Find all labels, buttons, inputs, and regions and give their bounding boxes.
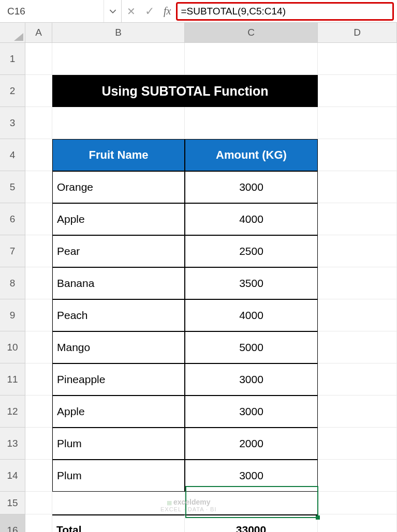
- table-cell-amount[interactable]: 4000: [185, 299, 318, 331]
- table-cell-amount[interactable]: 3500: [185, 267, 318, 299]
- table-cell-amount[interactable]: 3000: [185, 363, 318, 396]
- grid-row: 6Apple4000: [0, 203, 397, 235]
- row-header[interactable]: 2: [0, 75, 25, 107]
- cell[interactable]: [318, 492, 397, 514]
- row-header[interactable]: 15: [0, 492, 25, 514]
- table-cell-amount[interactable]: 3000: [185, 171, 318, 203]
- cell[interactable]: [318, 460, 397, 492]
- row-header[interactable]: 9: [0, 299, 25, 331]
- grid-row-total: 16 Total 33000: [0, 514, 397, 532]
- cell[interactable]: [318, 396, 397, 428]
- cell[interactable]: [52, 492, 185, 514]
- table-cell-amount[interactable]: 5000: [185, 331, 318, 363]
- grid-row: 4 Fruit Name Amount (KG): [0, 139, 397, 171]
- fx-icon[interactable]: fx: [164, 5, 171, 17]
- cell[interactable]: [25, 363, 52, 396]
- cell[interactable]: [25, 514, 52, 532]
- spreadsheet-grid[interactable]: A B C D 1 2 Using SUBTOTAL Function 3: [0, 23, 397, 532]
- total-value-cell[interactable]: 33000: [185, 514, 318, 532]
- formula-input[interactable]: =SUBTOTAL(9,C5:C14): [176, 2, 394, 21]
- col-header-d[interactable]: D: [318, 23, 397, 43]
- cell[interactable]: [185, 107, 318, 139]
- table-cell-fruit[interactable]: Pear: [52, 235, 185, 267]
- total-label-cell[interactable]: Total: [52, 514, 185, 532]
- row-header[interactable]: 7: [0, 235, 25, 267]
- cancel-icon[interactable]: ✕: [127, 5, 136, 18]
- cell[interactable]: [25, 75, 52, 107]
- cell[interactable]: [52, 107, 185, 139]
- cell[interactable]: [318, 139, 397, 171]
- table-cell-amount[interactable]: 3000: [185, 460, 318, 492]
- name-box[interactable]: C16: [7, 6, 104, 17]
- table-cell-fruit[interactable]: Orange: [52, 171, 185, 203]
- row-header[interactable]: 14: [0, 460, 25, 492]
- table-cell-fruit[interactable]: Pineapple: [52, 363, 185, 396]
- cell[interactable]: [318, 107, 397, 139]
- row-header[interactable]: 5: [0, 171, 25, 203]
- table-cell-fruit[interactable]: Plum: [52, 428, 185, 460]
- row-header[interactable]: 6: [0, 203, 25, 235]
- cell[interactable]: [25, 331, 52, 363]
- cell[interactable]: [25, 235, 52, 267]
- cell[interactable]: [318, 267, 397, 299]
- row-header[interactable]: 13: [0, 428, 25, 460]
- table-cell-amount[interactable]: 4000: [185, 203, 318, 235]
- row-header[interactable]: 4: [0, 139, 25, 171]
- row-header[interactable]: 3: [0, 107, 25, 139]
- cell[interactable]: [185, 492, 318, 514]
- cell[interactable]: [25, 171, 52, 203]
- grid-row: 3: [0, 107, 397, 139]
- row-header[interactable]: 12: [0, 396, 25, 428]
- cell[interactable]: [25, 107, 52, 139]
- table-cell-fruit[interactable]: Plum: [52, 460, 185, 492]
- row-header[interactable]: 1: [0, 43, 25, 75]
- cell[interactable]: [318, 331, 397, 363]
- cell[interactable]: [25, 267, 52, 299]
- cell[interactable]: [25, 299, 52, 331]
- cell[interactable]: [52, 43, 185, 75]
- cell[interactable]: [318, 299, 397, 331]
- table-cell-amount[interactable]: 2500: [185, 235, 318, 267]
- cell[interactable]: [25, 428, 52, 460]
- grid-row: 2 Using SUBTOTAL Function: [0, 75, 397, 107]
- cell[interactable]: [318, 363, 397, 396]
- col-header-b[interactable]: B: [52, 23, 185, 43]
- grid-row: 15: [0, 492, 397, 514]
- table-header-amount[interactable]: Amount (KG): [185, 139, 318, 171]
- table-cell-fruit[interactable]: Apple: [52, 203, 185, 235]
- grid-row: 11Pineapple3000: [0, 363, 397, 396]
- cell[interactable]: [318, 235, 397, 267]
- table-cell-fruit[interactable]: Apple: [52, 396, 185, 428]
- row-header[interactable]: 16: [0, 514, 25, 532]
- select-all-corner[interactable]: [0, 23, 25, 43]
- table-cell-amount[interactable]: 3000: [185, 396, 318, 428]
- cell[interactable]: [25, 203, 52, 235]
- cell[interactable]: [318, 43, 397, 75]
- table-header-fruit[interactable]: Fruit Name: [52, 139, 185, 171]
- table-cell-amount[interactable]: 2000: [185, 428, 318, 460]
- cell[interactable]: [25, 460, 52, 492]
- cell[interactable]: [318, 75, 397, 107]
- table-cell-fruit[interactable]: Mango: [52, 331, 185, 363]
- table-cell-fruit[interactable]: Peach: [52, 299, 185, 331]
- row-header[interactable]: 10: [0, 331, 25, 363]
- row-header[interactable]: 11: [0, 363, 25, 396]
- enter-icon[interactable]: ✓: [145, 5, 154, 18]
- formula-bar: C16 ✕ ✓ fx =SUBTOTAL(9,C5:C14): [0, 0, 397, 23]
- cell[interactable]: [25, 396, 52, 428]
- name-box-dropdown[interactable]: [104, 0, 121, 22]
- col-header-c[interactable]: C: [185, 23, 318, 43]
- cell[interactable]: [185, 43, 318, 75]
- cell[interactable]: [25, 43, 52, 75]
- cell[interactable]: [25, 139, 52, 171]
- cell[interactable]: [318, 203, 397, 235]
- row-header[interactable]: 8: [0, 267, 25, 299]
- cell[interactable]: [25, 492, 52, 514]
- table-cell-fruit[interactable]: Banana: [52, 267, 185, 299]
- cell[interactable]: [318, 514, 397, 532]
- cell[interactable]: [318, 428, 397, 460]
- name-box-wrap[interactable]: C16: [0, 0, 122, 22]
- col-header-a[interactable]: A: [25, 23, 52, 43]
- title-banner[interactable]: Using SUBTOTAL Function: [52, 75, 318, 107]
- cell[interactable]: [318, 171, 397, 203]
